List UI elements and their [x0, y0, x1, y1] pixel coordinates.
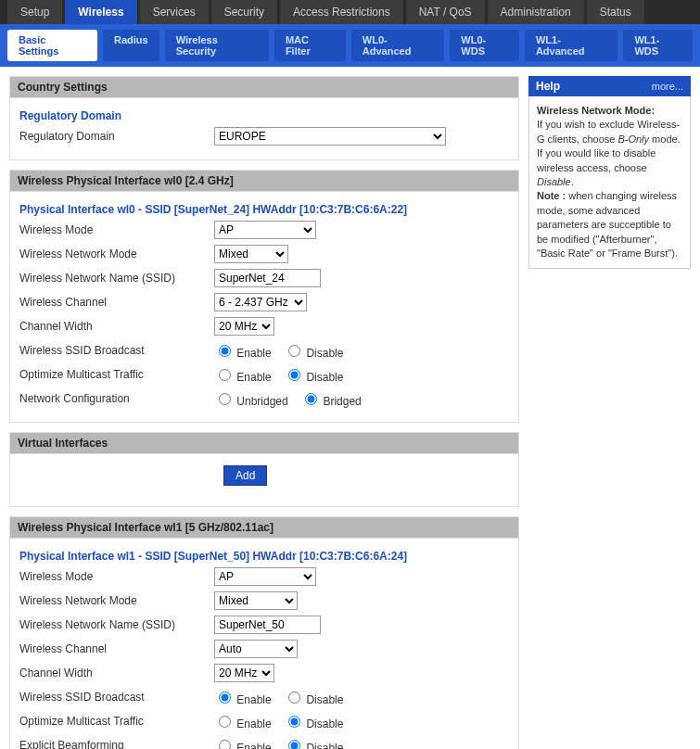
section-wl0: Wireless Physical Interface wl0 [2.4 GHz…: [9, 170, 519, 192]
regulatory-domain-title: Regulatory Domain: [19, 104, 509, 124]
wl1-width-label: Channel Width: [19, 666, 214, 679]
wl0-mcast-enable[interactable]: [219, 369, 231, 381]
help-italic-2: Disable: [537, 176, 571, 187]
wl0-netmode-label: Wireless Network Mode: [19, 248, 214, 260]
main-tab-setup[interactable]: Setup: [7, 0, 63, 24]
wl1-ssid-label: Wireless Network Name (SSID): [19, 618, 214, 631]
main-tab-wireless[interactable]: Wireless: [65, 0, 137, 24]
wl1-mcast-enable[interactable]: [219, 716, 231, 728]
wl0-mcast-enable-label: Enable: [236, 371, 271, 384]
wl1-mcast-disable-label: Disable: [306, 717, 343, 730]
wl1-mode-select[interactable]: AP: [214, 567, 316, 586]
wl0-mode-select[interactable]: AP: [214, 221, 316, 239]
wl1-netmode-select[interactable]: Mixed: [214, 591, 298, 610]
wl0-netconf-unbridged[interactable]: [219, 393, 231, 405]
help-italic-1: B-Only: [617, 133, 649, 145]
help-body: Wireless Network Mode: If you wish to ex…: [528, 96, 691, 269]
sub-tab-mac-filter[interactable]: MAC Filter: [274, 30, 346, 61]
wl0-channel-select[interactable]: 6 - 2.437 GHz: [214, 293, 307, 311]
wl1-bcast-enable[interactable]: [219, 692, 231, 704]
wl0-width-label: Channel Width: [19, 320, 214, 333]
main-tab-access-restrictions[interactable]: Access Restrictions: [280, 0, 404, 24]
wl1-width-select[interactable]: 20 MHz: [214, 664, 274, 682]
wl0-bcast-label: Wireless SSID Broadcast: [19, 344, 214, 357]
wl1-ebf-label: Explicit Beamforming: [19, 739, 214, 749]
wl1-ebf-disable-label: Disable: [306, 742, 343, 750]
wl0-bcast-disable[interactable]: [288, 345, 300, 357]
wl1-netmode-label: Wireless Network Mode: [19, 594, 214, 607]
wl1-ssid-input[interactable]: [214, 616, 321, 634]
wl0-mode-label: Wireless Mode: [19, 223, 214, 236]
wl1-mcast-disable[interactable]: [288, 716, 300, 728]
main-tab-administration[interactable]: Administration: [488, 0, 585, 24]
sub-tab-wl1-advanced[interactable]: WL1-Advanced: [525, 30, 618, 61]
wl1-channel-label: Wireless Channel: [19, 642, 214, 655]
wl0-bcast-enable[interactable]: [219, 345, 231, 357]
sub-tab-radius[interactable]: Radius: [103, 30, 159, 61]
main-tab-services[interactable]: Services: [140, 0, 210, 24]
main-tab-nat-qos[interactable]: NAT / QoS: [406, 0, 486, 24]
section-country: Country Settings: [9, 76, 519, 98]
wl1-mode-label: Wireless Mode: [19, 570, 214, 583]
section-virtual1: Virtual Interfaces: [9, 432, 519, 454]
main-tab-security[interactable]: Security: [211, 0, 278, 24]
wl1-mcast-label: Optimize Multicast Traffic: [19, 715, 214, 728]
wl0-ssid-input[interactable]: [214, 269, 321, 287]
sub-tab-wl0-advanced[interactable]: WL0-Advanced: [351, 30, 445, 61]
section-wl1: Wireless Physical Interface wl1 [5 GHz/8…: [9, 516, 519, 539]
wl1-bcast-label: Wireless SSID Broadcast: [19, 691, 214, 704]
help-header: Help more...: [528, 76, 691, 96]
wl1-ebf-enable-label: Enable: [236, 742, 271, 750]
add-virtual-wl0-button[interactable]: Add: [223, 465, 267, 486]
help-more-link[interactable]: more...: [652, 81, 683, 92]
sub-tab-wl0-wds[interactable]: WL0-WDS: [450, 30, 519, 61]
wl0-bcast-enable-label: Enable: [236, 347, 271, 360]
wl1-ebf-disable[interactable]: [288, 740, 300, 750]
regulatory-domain-select[interactable]: EUROPE: [214, 127, 446, 146]
help-title: Help: [536, 80, 560, 93]
wl1-ebf-enable[interactable]: [219, 740, 231, 750]
wl0-netconf-unbridged-label: Unbridged: [236, 395, 287, 408]
wl1-channel-select[interactable]: Auto: [214, 640, 298, 658]
wl0-channel-label: Wireless Channel: [19, 296, 214, 309]
help-note-label: Note :: [537, 190, 568, 201]
wl1-mcast-enable-label: Enable: [236, 717, 271, 730]
sub-tab-basic-settings[interactable]: Basic Settings: [7, 30, 97, 61]
wl0-width-select[interactable]: 20 MHz: [214, 317, 274, 336]
help-heading: Wireless Network Mode:: [537, 105, 655, 116]
wl0-netconf-bridged[interactable]: [305, 393, 317, 405]
help-text-1c: .: [571, 176, 574, 187]
sub-tab-wireless-security[interactable]: Wireless Security: [165, 30, 269, 61]
wl0-bcast-disable-label: Disable: [306, 347, 343, 360]
wl1-subtitle: Physical Interface wl1 - SSID [SuperNet_…: [19, 544, 509, 565]
regulatory-domain-label: Regulatory Domain: [19, 130, 214, 143]
wl0-netconf-label: Network Configuration: [19, 392, 214, 405]
wl1-bcast-disable-label: Disable: [306, 693, 343, 706]
main-tabs: SetupWirelessServicesSecurityAccess Rest…: [0, 0, 700, 24]
sub-tabs: Basic SettingsRadiusWireless SecurityMAC…: [0, 24, 700, 67]
wl0-ssid-label: Wireless Network Name (SSID): [19, 272, 214, 285]
wl0-mcast-disable[interactable]: [288, 369, 300, 381]
wl0-subtitle: Physical Interface wl0 - SSID [SuperNet_…: [19, 197, 509, 218]
wl0-netconf-bridged-label: Bridged: [323, 395, 361, 408]
sub-tab-wl1-wds[interactable]: WL1-WDS: [623, 30, 693, 61]
wl0-mcast-label: Optimize Multicast Traffic: [19, 368, 214, 381]
wl1-bcast-disable[interactable]: [288, 692, 300, 704]
main-tab-status[interactable]: Status: [587, 0, 645, 24]
wl0-mcast-disable-label: Disable: [306, 371, 343, 384]
wl1-bcast-enable-label: Enable: [236, 693, 271, 706]
wl0-netmode-select[interactable]: Mixed: [214, 245, 288, 263]
